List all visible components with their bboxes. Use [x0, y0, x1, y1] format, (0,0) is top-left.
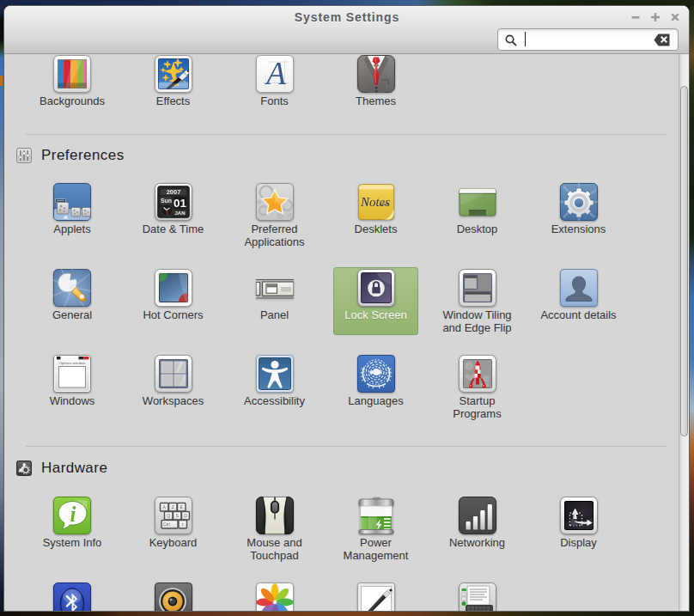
svg-text:i: i: [70, 503, 76, 526]
svg-text:Options window: Options window: [59, 361, 87, 365]
svg-text:Notes: Notes: [359, 195, 389, 209]
svg-text:JAN: JAN: [174, 210, 185, 216]
svg-text:⇧: ⇧: [180, 521, 184, 527]
svg-text:Sun: Sun: [160, 198, 171, 204]
svg-text:D: D: [184, 513, 187, 518]
svg-text:Z: Z: [171, 504, 174, 509]
svg-text:Ctrl: Ctrl: [163, 521, 170, 527]
svg-text:Q: Q: [167, 513, 170, 518]
svg-text:A: A: [264, 56, 286, 91]
svg-text:2007: 2007: [166, 188, 180, 196]
svg-text:01: 01: [173, 197, 186, 210]
